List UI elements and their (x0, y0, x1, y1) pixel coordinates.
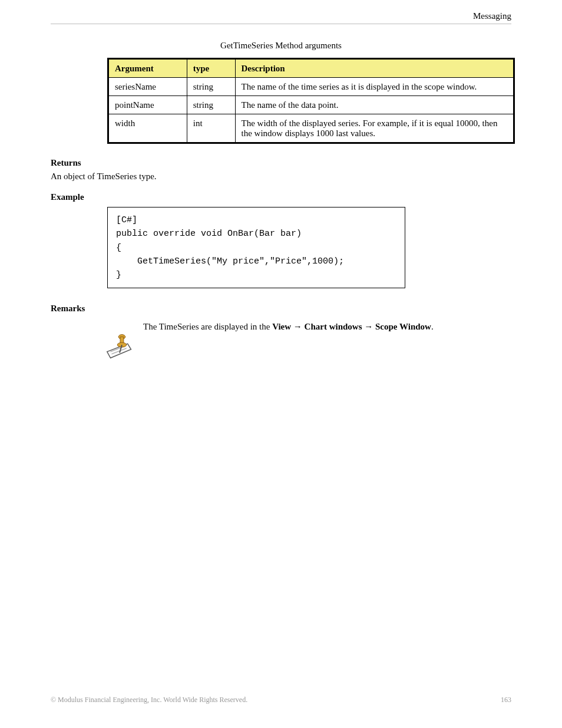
cell-type: string (187, 78, 235, 96)
cell-argument: pointName (108, 96, 187, 114)
cell-description: The name of the data point. (235, 96, 514, 114)
table-title: GetTimeSeries Method arguments (51, 41, 511, 51)
cell-description: The width of the displayed series. For e… (235, 114, 514, 143)
example-label: Example (51, 192, 511, 202)
remarks-label: Remarks (51, 304, 511, 314)
menu-scope-window: Scope Window (375, 322, 431, 331)
col-argument: Argument (108, 59, 187, 78)
cell-argument: width (108, 114, 187, 143)
arguments-table: Argument type Description seriesName str… (107, 58, 515, 144)
table-row: width int The width of the displayed ser… (108, 114, 514, 143)
returns-text: An object of TimeSeries type. (51, 172, 511, 182)
cell-type: int (187, 114, 235, 143)
remarks-text-before: The TimeSeries are displayed in the (143, 322, 272, 331)
table-row: pointName string The name of the data po… (108, 96, 514, 114)
footer-copyright: © Modulus Financial Engineering, Inc. Wo… (51, 696, 247, 704)
code-example: [C#] public override void OnBar(Bar bar)… (107, 207, 405, 288)
cell-type: string (187, 96, 235, 114)
header-divider: Messaging (51, 24, 511, 24)
col-type: type (187, 59, 235, 78)
footer-page-number: 163 (501, 696, 511, 704)
col-description: Description (235, 59, 514, 78)
returns-label: Returns (51, 158, 511, 168)
menu-chart-windows: Chart windows (305, 322, 362, 331)
table-row: seriesName string The name of the time s… (108, 78, 514, 96)
cell-description: The name of the time series as it is dis… (235, 78, 514, 96)
arrow-icon: → (293, 321, 302, 331)
arrow-icon: → (364, 321, 373, 331)
header-section: Messaging (51, 11, 511, 21)
menu-view: View (272, 322, 291, 331)
remarks-text-after: . (431, 322, 434, 331)
remarks-text: The TimeSeries are displayed in the View… (143, 318, 511, 335)
table-header-row: Argument type Description (108, 59, 514, 78)
cell-argument: seriesName (108, 78, 187, 96)
note-pin-icon (103, 327, 139, 363)
